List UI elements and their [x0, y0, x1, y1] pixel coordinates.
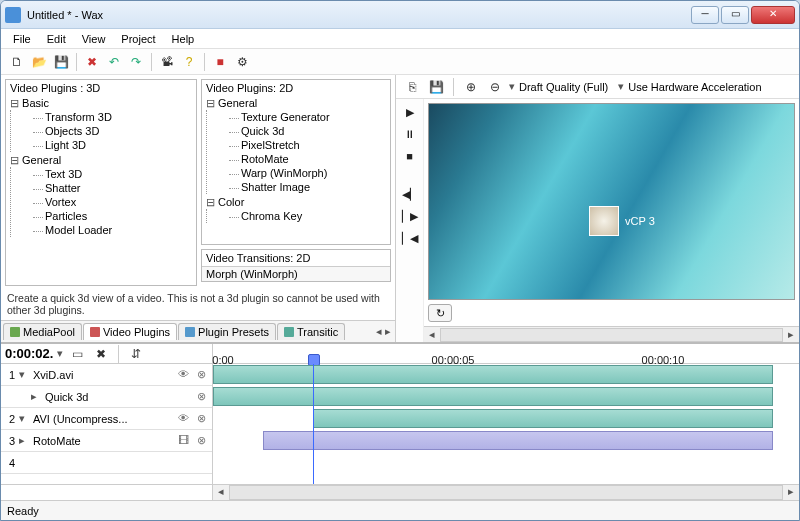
loop-icon[interactable]: ↻: [428, 304, 452, 322]
collapse-icon[interactable]: ▸: [19, 434, 29, 447]
hw-accel-dropdown[interactable]: Use Hardware Acceleration: [628, 81, 761, 93]
preview-clip[interactable]: vCP 3: [589, 206, 655, 236]
next-frame-icon[interactable]: ▏▶: [401, 209, 419, 223]
remove-icon[interactable]: ⊗: [194, 412, 208, 426]
tab-scroll[interactable]: ◂ ▸: [372, 325, 395, 338]
cut-icon[interactable]: ✖: [82, 52, 102, 72]
preview-viewport[interactable]: vCP 3: [428, 103, 795, 300]
scroll-track[interactable]: [229, 485, 783, 500]
time-dropdown-icon[interactable]: ▾: [57, 347, 63, 360]
tl-tool1-icon[interactable]: ▭: [67, 344, 87, 364]
tree-item[interactable]: RotoMate: [229, 152, 390, 166]
tree-item[interactable]: Quick 3d: [229, 124, 390, 138]
plugins-2d-column: Video Plugins: 2D General Texture Genera…: [201, 79, 391, 286]
preview-hscroll[interactable]: ◂ ▸: [424, 326, 799, 342]
clip-bar[interactable]: [263, 431, 773, 450]
render-icon[interactable]: 📽: [157, 52, 177, 72]
new-icon[interactable]: 🗋: [7, 52, 27, 72]
tab-mediapool[interactable]: MediaPool: [3, 323, 82, 340]
tab-presets[interactable]: Plugin Presets: [178, 323, 276, 340]
tree-item[interactable]: Text 3D: [33, 167, 196, 181]
separator: [76, 53, 77, 71]
menu-file[interactable]: File: [5, 31, 39, 47]
tree-group-color[interactable]: Color Chroma Key: [206, 195, 390, 224]
copy-icon[interactable]: ⎘: [402, 77, 422, 97]
pause-icon[interactable]: ⏸: [401, 127, 419, 141]
tree-item[interactable]: Warp (WinMorph): [229, 166, 390, 180]
open-icon[interactable]: 📂: [29, 52, 49, 72]
play-controls: ▶ ⏸ ■ ◀▏ ▏▶ ▏◀: [396, 99, 424, 342]
quality-dropdown[interactable]: Draft Quality (Full): [519, 81, 608, 93]
clip-bar[interactable]: [313, 409, 773, 428]
stop-icon[interactable]: ■: [210, 52, 230, 72]
scroll-track[interactable]: [440, 328, 783, 342]
track-row[interactable]: 3 ▸ RotoMate 🎞 ⊗: [1, 430, 212, 452]
tree-item[interactable]: Objects 3D: [33, 124, 196, 138]
tree-item[interactable]: Particles: [33, 209, 196, 223]
remove-icon[interactable]: ⊗: [194, 390, 208, 404]
titlebar[interactable]: Untitled * - Wax ─ ▭ ✕: [1, 1, 799, 29]
tl-tool2-icon[interactable]: ✖: [91, 344, 111, 364]
eye-icon[interactable]: 👁: [176, 412, 190, 426]
scroll-left-icon[interactable]: ◂: [424, 328, 440, 341]
tree-item[interactable]: Light 3D: [33, 138, 196, 152]
minimize-button[interactable]: ─: [691, 6, 719, 24]
transition-item[interactable]: Morph (WinMorph): [202, 266, 390, 281]
goto-start-icon[interactable]: ▏◀: [401, 231, 419, 245]
help-icon[interactable]: ?: [179, 52, 199, 72]
tab-videoplugins[interactable]: Video Plugins: [83, 323, 177, 340]
tl-tool3-icon[interactable]: ⇵: [126, 344, 146, 364]
clip-bar[interactable]: [213, 365, 773, 384]
tree-item[interactable]: PixelStretch: [229, 138, 390, 152]
close-button[interactable]: ✕: [751, 6, 795, 24]
tree-item[interactable]: Model Loader: [33, 223, 196, 237]
plugins-icon: [90, 327, 100, 337]
scroll-right-icon[interactable]: ▸: [783, 485, 799, 500]
tab-transitions[interactable]: Transitic: [277, 323, 345, 340]
save-frame-icon[interactable]: 💾: [426, 77, 446, 97]
menu-edit[interactable]: Edit: [39, 31, 74, 47]
track-area[interactable]: [213, 364, 799, 484]
collapse-icon[interactable]: ▸: [31, 390, 41, 403]
track-row[interactable]: 1 ▾ XviD.avi 👁 ⊗: [1, 364, 212, 386]
tree-item[interactable]: Transform 3D: [33, 110, 196, 124]
save-icon[interactable]: 💾: [51, 52, 71, 72]
tree-item[interactable]: Chroma Key: [229, 209, 390, 223]
tree-group-general-2d[interactable]: General Texture Generator Quick 3d Pixel…: [206, 96, 390, 195]
stop-icon[interactable]: ■: [401, 149, 419, 163]
menu-project[interactable]: Project: [113, 31, 163, 47]
clip-bar[interactable]: [213, 387, 773, 406]
eye-icon[interactable]: 👁: [176, 368, 190, 382]
transitions-title: Video Transitions: 2D: [202, 250, 390, 266]
tree-item[interactable]: Vortex: [33, 195, 196, 209]
tree-item[interactable]: Shatter Image: [229, 180, 390, 194]
plugins-3d-tree: Basic Transform 3D Objects 3D Light 3D G…: [6, 96, 196, 238]
separator: [118, 345, 119, 363]
tree-item[interactable]: Shatter: [33, 181, 196, 195]
prev-frame-icon[interactable]: ◀▏: [401, 187, 419, 201]
play-icon[interactable]: ▶: [401, 105, 419, 119]
settings-icon[interactable]: ⚙: [232, 52, 252, 72]
expand-icon[interactable]: ▾: [19, 368, 29, 381]
tree-group-general[interactable]: General Text 3D Shatter Vortex Particles…: [10, 153, 196, 238]
zoom-in-icon[interactable]: ⊕: [461, 77, 481, 97]
main-area: Video Plugins : 3D Basic Transform 3D Ob…: [1, 75, 799, 342]
scroll-right-icon[interactable]: ▸: [783, 328, 799, 341]
film-icon[interactable]: 🎞: [176, 434, 190, 448]
track-sub-row[interactable]: ▸ Quick 3d ⊗: [1, 386, 212, 408]
scroll-left-icon[interactable]: ◂: [213, 485, 229, 500]
remove-icon[interactable]: ⊗: [194, 368, 208, 382]
track-row[interactable]: 4: [1, 452, 212, 474]
redo-icon[interactable]: ↷: [126, 52, 146, 72]
maximize-button[interactable]: ▭: [721, 6, 749, 24]
remove-icon[interactable]: ⊗: [194, 434, 208, 448]
undo-icon[interactable]: ↶: [104, 52, 124, 72]
left-tabs: MediaPool Video Plugins Plugin Presets T…: [1, 320, 395, 342]
tree-item[interactable]: Texture Generator: [229, 110, 390, 124]
tree-group-basic[interactable]: Basic Transform 3D Objects 3D Light 3D: [10, 96, 196, 153]
track-row[interactable]: 2 ▾ AVI (Uncompress... 👁 ⊗: [1, 408, 212, 430]
zoom-out-icon[interactable]: ⊖: [485, 77, 505, 97]
menu-view[interactable]: View: [74, 31, 114, 47]
menu-help[interactable]: Help: [164, 31, 203, 47]
expand-icon[interactable]: ▾: [19, 412, 29, 425]
